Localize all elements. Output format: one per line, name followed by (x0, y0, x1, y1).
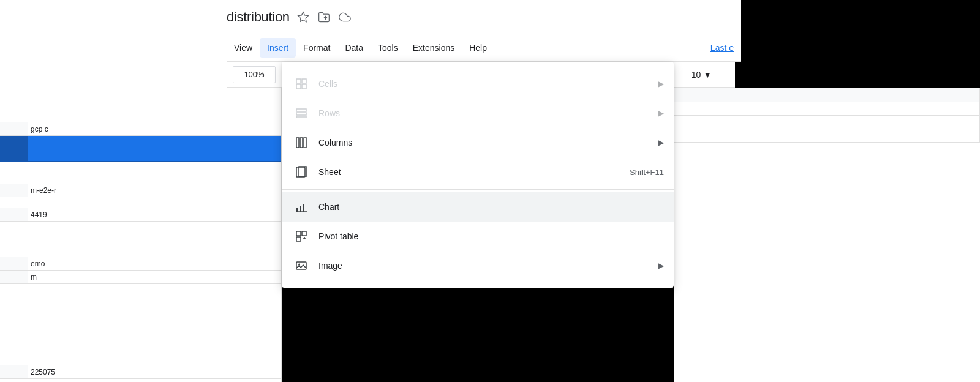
menu-tools[interactable]: Tools (371, 38, 405, 58)
svg-rect-11 (304, 138, 306, 148)
chart-label: Chart (318, 202, 664, 212)
row-number-4 (0, 208, 28, 221)
rows-label: Rows (318, 108, 658, 118)
sheet-icon (292, 162, 311, 182)
svg-rect-4 (296, 84, 301, 89)
svg-point-23 (298, 264, 300, 266)
row-cell-m: m (28, 273, 37, 282)
image-icon (292, 256, 311, 275)
rows-arrow-icon: ▶ (658, 109, 664, 118)
svg-rect-14 (296, 208, 298, 212)
title-text: distribution (227, 9, 290, 25)
svg-rect-13 (298, 167, 307, 176)
svg-rect-16 (303, 204, 304, 212)
image-label: Image (318, 261, 658, 271)
svg-rect-19 (296, 231, 301, 236)
right-grid-header (674, 88, 980, 102)
menu-bar: View Insert Format Data Tools Extensions… (227, 34, 741, 62)
left-row-4419: 4419 (0, 208, 282, 222)
svg-rect-15 (300, 206, 301, 212)
image-arrow-icon: ▶ (658, 261, 664, 270)
svg-marker-0 (298, 12, 308, 21)
svg-rect-22 (296, 262, 306, 269)
cells-icon (292, 74, 311, 94)
svg-rect-20 (302, 231, 306, 236)
left-row-m: m (0, 271, 282, 284)
row-number-3 (0, 184, 28, 197)
last-edit-label[interactable]: Last e (703, 38, 741, 58)
sheet-shortcut: Shift+F11 (630, 168, 664, 177)
svg-rect-3 (302, 79, 306, 83)
selected-row-number (0, 136, 28, 161)
row-cell-225075: 225075 (28, 368, 55, 376)
svg-rect-9 (296, 138, 299, 148)
menu-insert[interactable]: Insert (260, 38, 296, 58)
right-grid-row-1 (674, 102, 980, 116)
row-cell-gcp: gcp c (28, 125, 48, 133)
right-col-header-2 (827, 88, 981, 102)
menu-extensions[interactable]: Extensions (405, 38, 462, 58)
svg-rect-21 (296, 237, 301, 241)
cloud-icon[interactable] (337, 10, 352, 24)
menu-view[interactable]: View (227, 38, 260, 58)
pivot-icon (292, 227, 311, 246)
right-grid-row-3 (674, 129, 980, 143)
insert-rows-item[interactable]: Rows ▶ (282, 99, 674, 128)
title-bar: distribution (227, 0, 741, 34)
pivot-label: Pivot table (318, 231, 664, 241)
svg-rect-10 (300, 138, 303, 148)
row-number-5 (0, 257, 28, 270)
menu-format[interactable]: Format (296, 38, 337, 58)
insert-chart-item[interactable]: Chart (282, 192, 674, 222)
insert-cells-item[interactable]: Cells ▶ (282, 69, 674, 99)
insert-menu-section-2: Chart Pivot table (282, 190, 674, 283)
menu-help[interactable]: Help (462, 38, 494, 58)
zoom-value: 10 (692, 70, 701, 80)
insert-sheet-item[interactable]: Sheet Shift+F11 (282, 157, 674, 187)
svg-rect-8 (296, 116, 306, 118)
svg-rect-12 (296, 167, 305, 177)
star-icon[interactable] (296, 10, 311, 24)
left-row-e2e: m-e2e-r (0, 184, 282, 197)
cell-reference[interactable]: 100% (233, 66, 276, 83)
svg-rect-5 (302, 84, 306, 89)
folder-move-icon[interactable] (317, 10, 331, 24)
cells-arrow-icon: ▶ (658, 80, 664, 88)
insert-image-item[interactable]: Image ▶ (282, 251, 674, 280)
svg-rect-7 (296, 113, 306, 115)
columns-icon (292, 133, 311, 152)
rows-icon (292, 103, 311, 123)
sheet-label: Sheet (318, 167, 630, 177)
row-cell-4419: 4419 (28, 211, 47, 219)
zoom-control[interactable]: 10 ▼ (668, 62, 735, 88)
menu-data[interactable]: Data (337, 38, 371, 58)
row-number (0, 122, 28, 135)
left-row-225075: 225075 (0, 365, 282, 379)
columns-arrow-icon: ▶ (658, 138, 664, 147)
columns-label: Columns (318, 138, 658, 148)
row-cell-e2e: m-e2e-r (28, 186, 56, 195)
row-number-7 (0, 365, 28, 378)
insert-columns-item[interactable]: Columns ▶ (282, 128, 674, 157)
insert-dropdown-menu: Cells ▶ Rows ▶ (282, 62, 674, 288)
row-cell-emo: emo (28, 260, 45, 268)
right-grid-row-2 (674, 116, 980, 129)
insert-pivot-item[interactable]: Pivot table (282, 222, 674, 251)
right-col-header-1 (674, 88, 827, 102)
chart-icon (292, 197, 311, 217)
left-row-emo: emo (0, 257, 282, 271)
left-row-gcp: gcp c (0, 122, 282, 136)
right-grid (674, 88, 980, 382)
svg-rect-2 (296, 79, 301, 83)
zoom-arrow-icon: ▼ (703, 70, 712, 80)
svg-rect-17 (306, 203, 306, 212)
left-row-selected (0, 136, 282, 162)
row-number-6 (0, 271, 28, 283)
cells-label: Cells (318, 79, 658, 89)
svg-rect-6 (296, 109, 306, 111)
insert-menu-section-1: Cells ▶ Rows ▶ (282, 67, 674, 190)
